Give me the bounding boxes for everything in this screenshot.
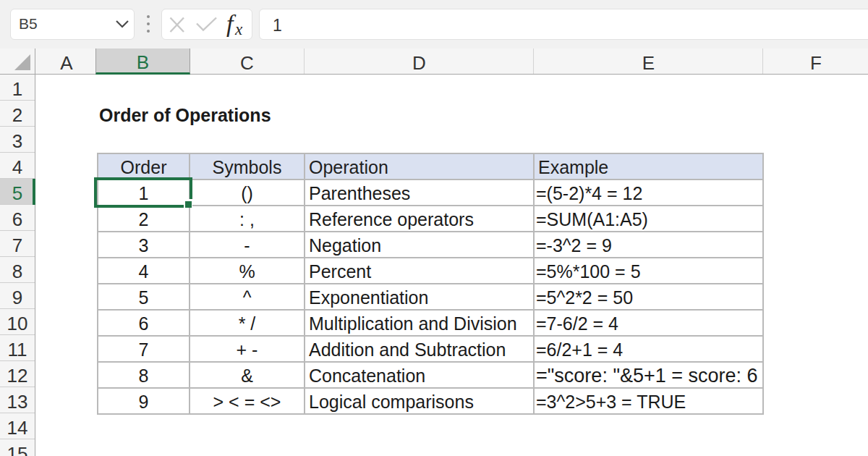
svg-text:x: x	[234, 20, 243, 38]
